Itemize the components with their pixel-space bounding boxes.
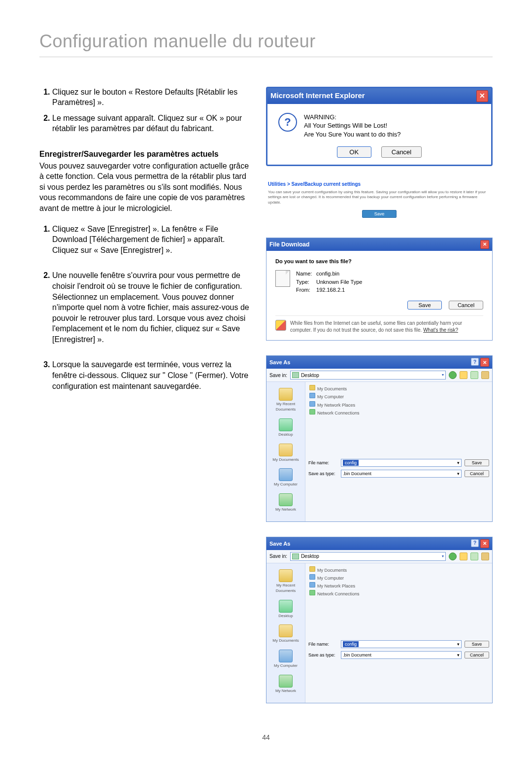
filename-input[interactable]: config▾: [341, 640, 462, 648]
my-computer-icon[interactable]: [279, 650, 293, 662]
my-network-icon[interactable]: [279, 493, 293, 506]
my-network-icon[interactable]: [279, 675, 293, 688]
help-icon[interactable]: ?: [471, 539, 479, 547]
utilities-save-button[interactable]: Save: [362, 210, 397, 218]
filename-input[interactable]: config▾: [341, 459, 462, 467]
warning-line3: Are You Sure You want to do this?: [304, 130, 401, 139]
my-computer-label: My Computer: [274, 482, 298, 486]
intro-step-1: Cliquez sur le bouton « Restore Defaults…: [52, 87, 251, 108]
save-in-label: Save in:: [269, 553, 287, 560]
right-column: Microsoft Internet Explorer ✕ ? WARNING:…: [266, 87, 493, 718]
shield-icon: [275, 320, 286, 331]
my-documents-icon[interactable]: [279, 624, 293, 637]
ok-button[interactable]: OK: [337, 146, 371, 158]
fd-type-value: Unknown File Type: [316, 279, 362, 285]
list-item[interactable]: My Documents: [317, 568, 347, 573]
ie-warning-dialog: Microsoft Internet Explorer ✕ ? WARNING:…: [266, 87, 493, 167]
close-icon[interactable]: ✕: [480, 539, 489, 548]
list-item[interactable]: Network Connections: [317, 411, 360, 415]
my-documents-label: My Documents: [272, 457, 299, 462]
back-icon[interactable]: [449, 553, 457, 560]
cancel-button[interactable]: Cancel: [465, 470, 489, 477]
whats-the-risk-link[interactable]: What's the risk?: [423, 327, 458, 333]
view-menu-icon[interactable]: [481, 553, 489, 560]
list-item[interactable]: My Computer: [317, 576, 344, 581]
save-in-dropdown[interactable]: Desktop ▾: [290, 371, 446, 380]
chevron-down-icon: ▾: [457, 652, 460, 658]
page-title: Configuration manuelle du routeur: [39, 30, 493, 57]
close-icon[interactable]: ✕: [476, 90, 488, 102]
network-places-icon: [309, 401, 315, 407]
saveastype-dropdown[interactable]: .bin Document▾: [341, 651, 462, 659]
my-computer-icon[interactable]: [279, 468, 293, 481]
utilities-desc: You can save your current configuration …: [268, 190, 491, 205]
desktop-icon: [292, 553, 299, 559]
list-item[interactable]: My Computer: [317, 394, 344, 399]
back-icon[interactable]: [449, 371, 457, 379]
save-step-2: Une nouvelle fenêtre s'ouvrira pour vous…: [52, 270, 251, 345]
list-item[interactable]: Network Connections: [317, 591, 360, 596]
close-icon[interactable]: ✕: [480, 240, 489, 249]
save-step-3: Lorsque la sauvegarde est terminée, vous…: [52, 359, 251, 391]
up-icon[interactable]: [460, 371, 467, 379]
list-item[interactable]: My Documents: [317, 386, 347, 391]
my-network-label: My Network: [275, 507, 296, 512]
computer-icon: [309, 393, 315, 398]
chevron-down-icon: ▾: [457, 471, 460, 477]
chevron-down-icon: ▾: [442, 373, 444, 378]
view-menu-icon[interactable]: [481, 371, 489, 379]
desktop-icon[interactable]: [279, 418, 293, 431]
filename-label: File name:: [308, 460, 338, 466]
save-in-value: Desktop: [301, 553, 319, 560]
up-icon[interactable]: [460, 553, 467, 560]
desktop-icon[interactable]: [279, 600, 293, 613]
new-folder-icon[interactable]: [470, 553, 478, 560]
cancel-button[interactable]: Cancel: [465, 652, 489, 658]
saveastype-label: Save as type:: [308, 471, 338, 477]
file-download-save-button[interactable]: Save: [407, 301, 442, 310]
saveastype-label: Save as type:: [308, 652, 338, 658]
save-step-1: Cliquez « Save [Enregistrer] ». La fenêt…: [52, 224, 251, 256]
warning-line1: WARNING:: [304, 113, 401, 122]
my-documents-label: My Documents: [272, 638, 299, 643]
save-in-label: Save in:: [269, 372, 287, 379]
fd-name-value: config.bin: [316, 271, 339, 276]
computer-icon: [309, 574, 315, 580]
save-steps: Cliquez « Save [Enregistrer] ». La fenêt…: [39, 224, 251, 392]
help-icon[interactable]: ?: [471, 358, 479, 366]
folder-icon: [309, 385, 315, 390]
chevron-down-icon: ▾: [457, 460, 460, 466]
recent-docs-icon[interactable]: [279, 569, 293, 582]
save-section-heading: Enregistrer/Sauvegarder les paramètres a…: [39, 149, 251, 160]
my-documents-icon[interactable]: [279, 444, 293, 456]
close-icon[interactable]: ✕: [480, 358, 489, 367]
my-computer-label: My Computer: [274, 663, 298, 668]
intro-step-2: Le message suivant apparaît. Cliquez sur…: [52, 113, 251, 134]
chevron-down-icon: ▾: [457, 641, 460, 647]
list-item[interactable]: My Network Places: [317, 584, 355, 588]
file-download-cancel-button[interactable]: Cancel: [449, 301, 483, 310]
new-folder-icon[interactable]: [470, 371, 478, 379]
save-button[interactable]: Save: [465, 641, 489, 648]
recent-docs-label: My Recent Documents: [276, 583, 296, 593]
cancel-button[interactable]: Cancel: [381, 146, 422, 158]
network-places-icon: [309, 582, 315, 587]
save-in-dropdown[interactable]: Desktop ▾: [290, 552, 446, 561]
saveastype-value: .bin Document: [343, 471, 371, 477]
filename-value: config: [343, 641, 359, 647]
network-connections-icon: [309, 409, 315, 415]
saveastype-dropdown[interactable]: .bin Document▾: [341, 470, 462, 478]
save-as-dialog-1: Save As ? ✕ Save in: Desktop ▾ My: [266, 355, 493, 522]
file-download-title: File Download: [269, 241, 309, 248]
filename-label: File name:: [308, 641, 338, 647]
folder-list[interactable]: My Documents My Computer My Network Plac…: [305, 382, 492, 457]
list-item[interactable]: My Network Places: [317, 403, 355, 408]
recent-docs-icon[interactable]: [279, 388, 293, 401]
fd-name-label: Name:: [296, 270, 315, 277]
page-number: 44: [39, 733, 493, 742]
recent-docs-label: My Recent Documents: [276, 402, 296, 412]
folder-list[interactable]: My Documents My Computer My Network Plac…: [305, 563, 492, 638]
left-column: Cliquez sur le bouton « Restore Defaults…: [39, 87, 251, 718]
save-button[interactable]: Save: [465, 459, 489, 466]
utilities-save-panel: Utilities > Save/Backup current settings…: [266, 181, 493, 218]
